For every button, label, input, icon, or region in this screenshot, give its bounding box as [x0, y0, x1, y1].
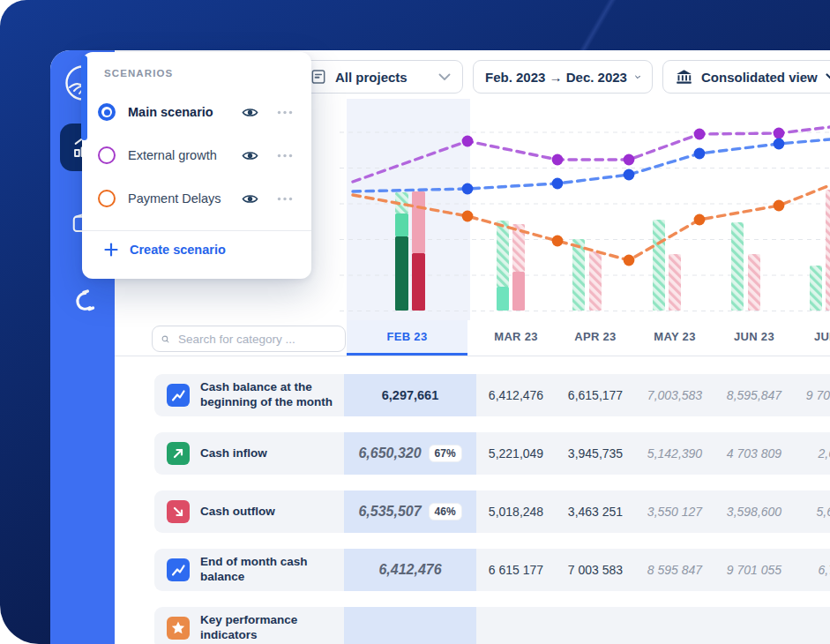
row-month-value: 8 595 847 [635, 549, 714, 591]
month-tab-may-23[interactable]: MAY 23 [635, 320, 714, 353]
arrow-down-right-icon [169, 503, 187, 520]
row-category-icon [167, 558, 190, 581]
row-month-value [714, 607, 794, 644]
eye-icon [241, 149, 259, 162]
row-category-label: Cash outflow [200, 505, 275, 520]
row-category-icon [167, 384, 190, 407]
row-month-value: 6,717 [794, 549, 830, 591]
feb-percent-badge: 67% [429, 445, 462, 462]
row-month-value: 3,463 251 [556, 490, 635, 533]
row-category-icon [167, 442, 190, 465]
row-category-label: Cash balance at the beginning of the mon… [200, 380, 341, 410]
table-row[interactable]: Key performance indicators [154, 607, 830, 644]
trend-line-icon [169, 561, 187, 579]
create-scenario-label: Create scenario [130, 243, 226, 257]
row-month-value: 6,412,476 [476, 374, 556, 416]
row-feb-cell: 6,535,50746% [344, 490, 476, 533]
row-month-value [476, 607, 556, 644]
panel-divider [82, 230, 311, 231]
scenario-more-options-button[interactable] [274, 151, 295, 161]
row-category-label: End of month cash balance [200, 555, 341, 585]
row-category-icon [167, 500, 190, 523]
month-tab-feb-23[interactable]: FEB 23 [347, 320, 467, 356]
scenarios-panel-title: SCENARIOS [104, 68, 173, 79]
scenario-item-payment-delays[interactable]: Payment Delays [89, 177, 304, 220]
visibility-toggle-button[interactable] [238, 190, 262, 208]
row-month-value: 5,655, [794, 490, 830, 533]
star-icon [170, 620, 186, 636]
row-month-value [635, 607, 714, 644]
search-icon [161, 333, 169, 346]
row-month-value: 9 701 055 [794, 374, 830, 416]
month-tab-jul-23[interactable]: JUL 23 [794, 320, 830, 353]
row-month-value: 9 701 055 [714, 549, 794, 591]
magnet-icon [71, 289, 96, 314]
row-month-value: 4 703 809 [714, 432, 794, 475]
ellipsis-icon [277, 197, 293, 201]
feb-value: 6,650,320 [358, 446, 421, 461]
table-row[interactable]: Cash inflow6,650,32067%5,221,0493,945,73… [154, 432, 830, 475]
visibility-toggle-button[interactable] [238, 146, 262, 165]
table-row[interactable]: Cash balance at the beginning of the mon… [154, 374, 830, 416]
projects-selector-label: All projects [335, 70, 408, 85]
scenario-radio[interactable] [98, 103, 116, 121]
scenario-more-options-button[interactable] [274, 194, 295, 204]
search-input[interactable] [176, 332, 336, 347]
document-list-icon [310, 68, 327, 86]
table-header: FEB 23MAR 23APR 23MAY 23JUN 23JUL 23 [115, 320, 830, 356]
create-scenario-button[interactable]: Create scenario [104, 243, 226, 257]
month-tab-jun-23[interactable]: JUN 23 [714, 320, 794, 353]
row-month-value: 3,945,735 [556, 432, 635, 475]
row-month-value: 3,598,600 [714, 490, 794, 533]
arrow-up-right-icon [169, 445, 187, 462]
row-month-value: 5,221,049 [476, 432, 556, 475]
ellipsis-icon [277, 154, 293, 158]
row-month-value [556, 607, 635, 644]
row-category-cell: Cash outflow [154, 490, 344, 533]
view-selector-button[interactable]: Consolidated view [662, 60, 830, 94]
scenario-more-options-button[interactable] [274, 108, 295, 117]
row-category-label: Key performance indicators [200, 613, 341, 643]
eye-icon [241, 106, 259, 119]
chevron-down-icon [826, 73, 830, 81]
date-range-button[interactable]: Feb. 2023 → Dec. 2023 [473, 60, 653, 94]
row-category-cell: Cash inflow [154, 432, 344, 475]
chevron-down-icon [438, 73, 451, 81]
scenario-radio[interactable] [98, 146, 116, 164]
scenarios-dropdown-panel: SCENARIOS Main scenarioExternal growthPa… [82, 52, 311, 279]
row-category-icon [167, 617, 190, 640]
plus-icon [104, 243, 118, 257]
row-month-value: 2,671 [794, 432, 830, 475]
ellipsis-icon [277, 110, 293, 115]
scenario-item-external-growth[interactable]: External growth [89, 134, 304, 176]
month-tab-apr-23[interactable]: APR 23 [556, 320, 635, 353]
row-month-value [794, 607, 830, 644]
row-month-value: 5,142,390 [635, 432, 714, 475]
sidebar-item-magnet[interactable] [60, 278, 108, 326]
feb-percent-badge: 46% [429, 503, 462, 520]
month-tab-mar-23[interactable]: MAR 23 [476, 320, 556, 353]
row-month-value: 7 003 583 [556, 549, 635, 591]
row-category-label: Cash inflow [200, 446, 267, 461]
scenario-radio[interactable] [98, 190, 116, 207]
feb-value: 6,297,661 [382, 388, 439, 402]
table-row[interactable]: End of month cash balance6,412,4766 615 … [154, 549, 830, 591]
feb-value: 6,412,476 [378, 562, 441, 578]
row-category-cell: End of month cash balance [154, 549, 344, 591]
row-month-value: 8,595,847 [714, 374, 794, 416]
scenario-item-main-scenario[interactable]: Main scenario [89, 91, 304, 133]
row-feb-cell: 6,297,661 [344, 374, 476, 416]
row-feb-cell: 6,412,476 [344, 549, 476, 591]
row-month-value: 6,615,177 [556, 374, 635, 416]
row-category-cell: Key performance indicators [154, 607, 344, 644]
projects-selector-button[interactable]: All projects [297, 60, 463, 94]
category-search [152, 326, 346, 352]
scenario-label: External growth [128, 148, 226, 162]
date-range-label: Feb. 2023 → Dec. 2023 [485, 70, 627, 85]
table-row[interactable]: Cash outflow6,535,50746%5,018,2483,463 2… [154, 490, 830, 533]
view-selector-label: Consolidated view [701, 70, 818, 85]
trend-line-icon [169, 386, 187, 404]
scenario-label: Payment Delays [128, 191, 226, 206]
visibility-toggle-button[interactable] [238, 103, 262, 122]
chevron-down-icon [635, 73, 640, 81]
